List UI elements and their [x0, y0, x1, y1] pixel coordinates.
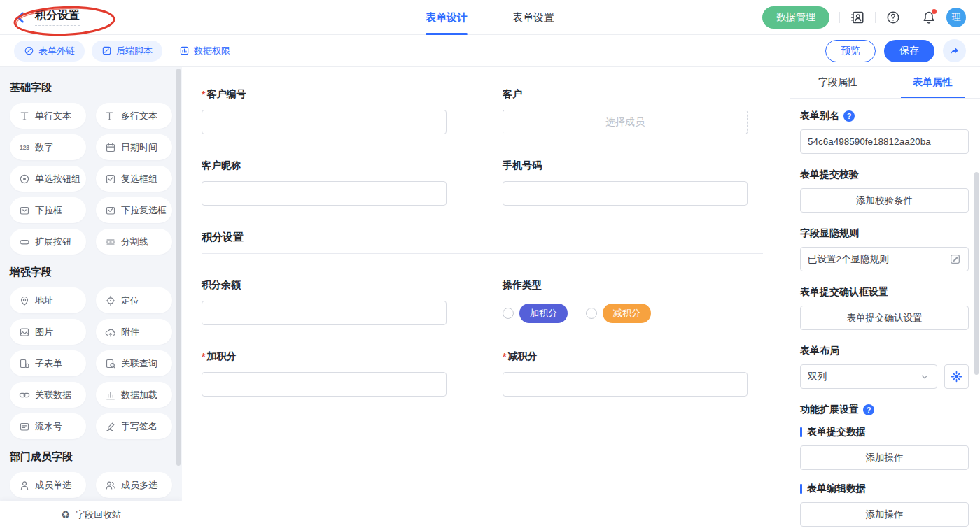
text-input[interactable] [202, 110, 447, 134]
form-field-mobile-number[interactable]: 手机号码 [503, 159, 763, 206]
tab-form-design[interactable]: 表单设计 [426, 0, 468, 35]
contacts-icon[interactable] [850, 10, 865, 25]
tab-form-properties[interactable]: 表单属性 [886, 67, 980, 98]
form-field-add-points[interactable]: *加积分 [202, 350, 462, 397]
field-item-multi-line-text[interactable]: 多行文本 [96, 103, 172, 129]
required-asterisk: * [503, 351, 506, 362]
field-label-text: 操作类型 [503, 279, 542, 292]
field-item-number[interactable]: 123数字 [10, 134, 86, 160]
field-item-label: 附件 [121, 326, 139, 338]
form-canvas[interactable]: *客户编号客户选择成员客户昵称手机号码积分设置积分余额操作类型加积分减积分*加积… [182, 67, 790, 528]
backend-script-button[interactable]: 后端脚本 [92, 41, 162, 62]
text-input[interactable] [503, 181, 748, 206]
edit-icon[interactable] [949, 253, 961, 265]
help-icon[interactable] [886, 10, 901, 25]
panel-scrollbar[interactable] [974, 172, 979, 375]
submit-data-label: 表单提交数据 [800, 426, 969, 438]
form-field-customer-nickname[interactable]: 客户昵称 [202, 159, 462, 206]
text-input[interactable] [503, 372, 748, 397]
share-icon[interactable] [943, 39, 966, 62]
form-field-minus-points[interactable]: *减积分 [503, 350, 763, 397]
form-field-customer-no[interactable]: *客户编号 [202, 88, 462, 134]
confirm-dialog-label: 表单提交确认框设置 [800, 286, 969, 299]
user-avatar[interactable]: 理 [946, 8, 966, 27]
field-label: *客户编号 [202, 88, 462, 101]
form-external-link-label: 表单外链 [38, 45, 75, 57]
field-item-member-multi[interactable]: 成员多选 [96, 472, 172, 498]
field-item-attachment[interactable]: 附件 [96, 319, 172, 345]
form-alias-label-text: 表单别名 [800, 110, 839, 122]
edit-data-label: 表单编辑数据 [800, 483, 969, 495]
field-label-text: 客户昵称 [202, 159, 241, 172]
preview-button[interactable]: 预览 [825, 40, 876, 62]
radio-circle[interactable] [586, 308, 597, 319]
field-item-multi-select[interactable]: 下拉复选框 [96, 197, 172, 223]
text-input[interactable] [202, 301, 447, 325]
design-tabs: 表单设计 表单设置 [426, 0, 554, 35]
field-item-member-single[interactable]: 成员单选 [10, 472, 86, 498]
field-item-signature[interactable]: 手写签名 [96, 413, 172, 439]
field-item-data-load[interactable]: 数据加载 [96, 382, 172, 408]
field-item-checkbox-group[interactable]: 复选框组 [96, 166, 172, 192]
field-recycle-bin[interactable]: ♻ 字段回收站 [0, 501, 182, 528]
field-item-lookup-query[interactable]: 关联查询 [96, 350, 172, 376]
visibility-rules-label: 字段显隐规则 [800, 227, 969, 240]
text-input[interactable] [202, 181, 447, 206]
alias-help-icon[interactable]: ? [844, 110, 855, 122]
add-validation-button[interactable]: 添加校验条件 [800, 188, 969, 213]
header-actions: 数据管理 理 [762, 6, 966, 29]
edit-data-add-button[interactable]: 添加操作 [800, 502, 969, 527]
field-item-linked-data[interactable]: 关联数据 [10, 382, 86, 408]
form-grid: *客户编号客户选择成员客户昵称手机号码积分设置积分余额操作类型加积分减积分*加积… [202, 88, 763, 397]
text-input[interactable] [202, 372, 447, 397]
notification-bell-icon[interactable] [921, 10, 937, 25]
field-item-label: 图片 [35, 326, 53, 338]
field-item-locate[interactable]: 定位 [96, 287, 172, 313]
field-pill-grid: 地址定位图片附件子表单关联查询关联数据数据加载流水号手写签名 [10, 287, 172, 439]
radio-option-减积分[interactable]: 减积分 [586, 304, 651, 323]
sidebar-scrollbar[interactable] [176, 69, 181, 466]
field-item-select[interactable]: 下拉框 [10, 197, 86, 223]
submit-validation-label: 表单提交校验 [800, 169, 969, 181]
field-item-subform[interactable]: 子表单 [10, 350, 86, 376]
form-field-customer[interactable]: 客户选择成员 [503, 88, 763, 134]
form-alias-input[interactable] [800, 129, 969, 154]
visibility-rules-box[interactable]: 已设置2个显隐规则 [800, 247, 969, 271]
address-icon [19, 295, 30, 306]
field-item-radio-group[interactable]: 单选按钮组 [10, 166, 86, 192]
field-item-divider-line[interactable]: 分割线 [96, 229, 172, 255]
field-item-extend-button[interactable]: 扩展按钮 [10, 229, 86, 255]
member-multi-icon [105, 480, 116, 491]
field-item-label: 扩展按钮 [35, 236, 71, 248]
field-label: 操作类型 [503, 279, 763, 292]
form-external-link-button[interactable]: 表单外链 [14, 41, 85, 62]
points-settings-section[interactable]: 积分设置 [202, 231, 763, 254]
extension-help-icon[interactable]: ? [863, 404, 874, 415]
data-permission-button[interactable]: 数据权限 [169, 41, 240, 62]
confirm-dialog-button[interactable]: 表单提交确认设置 [800, 306, 969, 330]
field-item-label: 地址 [35, 294, 53, 307]
field-item-datetime[interactable]: 日期时间 [96, 134, 172, 160]
submit-data-add-button[interactable]: 添加操作 [800, 445, 969, 470]
field-item-serial-number[interactable]: 流水号 [10, 413, 86, 439]
radio-option-加积分[interactable]: 加积分 [503, 304, 568, 323]
field-pill-grid: 成员单选成员多选 [10, 472, 172, 498]
back-icon[interactable] [14, 10, 28, 24]
form-field-operation-type[interactable]: 操作类型加积分减积分 [503, 279, 763, 325]
radio-circle[interactable] [503, 308, 514, 319]
layout-select[interactable]: 双列 [800, 364, 937, 389]
form-field-points-balance[interactable]: 积分余额 [202, 279, 462, 325]
field-item-address[interactable]: 地址 [10, 287, 86, 313]
save-button[interactable]: 保存 [884, 40, 934, 62]
subform-icon [19, 358, 30, 369]
field-item-single-line-text[interactable]: 单行文本 [10, 103, 86, 129]
field-item-image[interactable]: 图片 [10, 319, 86, 345]
field-label-text: 客户 [503, 88, 522, 101]
layout-gear-button[interactable] [944, 364, 969, 389]
data-manage-button[interactable]: 数据管理 [762, 6, 830, 29]
tab-form-settings[interactable]: 表单设置 [512, 0, 554, 35]
radio-options: 加积分减积分 [503, 301, 763, 325]
member-picker[interactable]: 选择成员 [503, 110, 748, 134]
image-icon [19, 327, 30, 338]
tab-field-properties[interactable]: 字段属性 [790, 67, 886, 98]
